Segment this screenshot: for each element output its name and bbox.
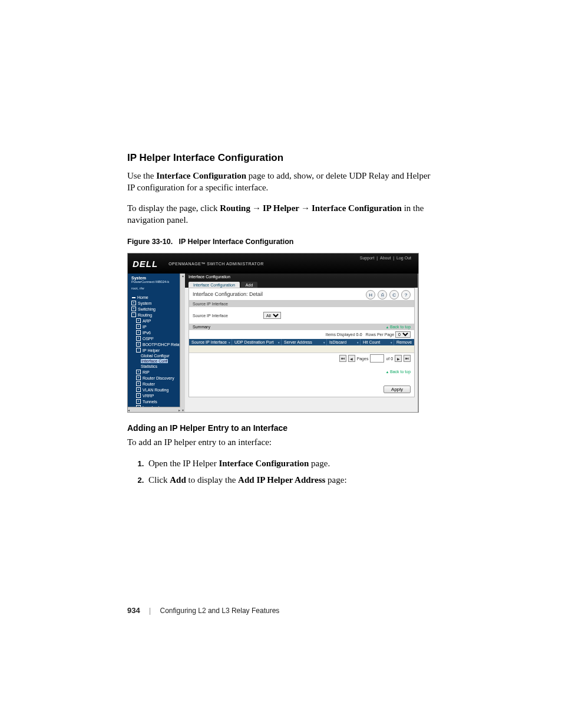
sidebar-device: PowerConnect M8024-k — [128, 280, 185, 286]
support-link[interactable]: Support — [359, 256, 376, 260]
pager-first[interactable]: ⏮ — [339, 355, 346, 362]
nav-switching[interactable]: +Switching — [128, 306, 180, 312]
nav-vlan-routing[interactable]: +VLAN Routing — [128, 387, 180, 393]
logout-link[interactable]: Log Out — [395, 256, 412, 260]
sidebar-system-label: System — [128, 276, 185, 280]
about-link[interactable]: About — [379, 256, 392, 260]
col-label: Hit Count — [363, 340, 380, 344]
nav-router[interactable]: +Router — [128, 381, 180, 387]
text: Open the IP Helper — [148, 459, 219, 468]
intro-paragraph-3: To add an IP helper entry to an interfac… — [127, 436, 435, 448]
arrow-icon: → — [299, 203, 312, 213]
back-to-top-link[interactable]: Back to top — [385, 325, 411, 329]
nav-system[interactable]: +System — [128, 300, 180, 306]
bold-term: Interface Configuration — [156, 171, 246, 180]
intro-paragraph-2: To display the page, click Routing→IP He… — [127, 202, 435, 226]
expand-icon[interactable]: + — [131, 301, 136, 305]
pager-prev[interactable]: ◀ — [348, 355, 355, 362]
nav-home[interactable]: Home — [128, 295, 180, 300]
text: page. — [309, 459, 330, 468]
apply-button[interactable]: Apply — [384, 386, 411, 393]
help-icon[interactable]: ? — [401, 290, 411, 299]
expand-icon[interactable]: + — [136, 381, 141, 386]
back-to-top-link[interactable]: Back to top — [385, 370, 411, 374]
nav-label: Routing — [138, 313, 152, 317]
text: to display the — [186, 475, 238, 485]
back-to-top-row: Back to top — [189, 364, 414, 377]
nav-ip[interactable]: +IP — [128, 324, 180, 330]
expand-icon[interactable]: + — [136, 330, 141, 335]
items-displayed-row: Items Displayed 0-0 Rows Per Page 0 — [189, 330, 414, 339]
save-icon[interactable]: H — [366, 290, 375, 299]
nav-label: IP — [143, 325, 147, 329]
scroll-down-icon[interactable]: ▾ — [182, 408, 184, 412]
text: To display the page, click — [127, 203, 220, 213]
nav-ipv6[interactable]: +IPv6 — [128, 330, 180, 335]
tab-detail[interactable]: Interface Configuration — [189, 282, 240, 288]
expand-icon[interactable]: + — [136, 393, 141, 398]
nav-statistics[interactable]: Statistics — [128, 364, 180, 369]
nav-arp[interactable]: +ARP — [128, 318, 180, 324]
nav-globalcfg[interactable]: Global Configur — [128, 353, 180, 358]
col-udp-port[interactable]: UDP Destination Port▾ — [232, 339, 282, 345]
pager-last[interactable]: ⏭ — [404, 355, 411, 362]
nav-rip[interactable]: +RIP — [128, 369, 180, 375]
expand-icon[interactable]: + — [136, 342, 141, 347]
product-name: OPENMANAGE™ SWITCH ADMINISTRATOR — [168, 262, 264, 266]
col-server-address[interactable]: Server Address▾ — [282, 339, 327, 345]
nav-label: Global Configur — [141, 354, 170, 358]
section-title: IP Helper Interface Configuration — [127, 152, 435, 164]
expand-icon[interactable]: + — [136, 336, 141, 341]
col-hit-count[interactable]: Hit Count▾ — [361, 339, 394, 345]
expand-icon[interactable]: + — [136, 370, 141, 374]
tab-add[interactable]: Add — [241, 282, 257, 288]
sidebar-hscrollbar[interactable]: ◂▸ — [128, 407, 180, 412]
pager-of-label: of 0 — [386, 357, 393, 361]
col-label: Source IP Interface — [191, 340, 227, 344]
nav-tunnels[interactable]: +Tunnels — [128, 398, 180, 404]
collapse-icon[interactable]: - — [136, 348, 141, 353]
col-isdiscard[interactable]: IsDiscard▾ — [327, 339, 361, 345]
nav-ospf[interactable]: +OSPF — [128, 335, 180, 341]
pager-next[interactable]: ▶ — [395, 355, 402, 362]
expand-icon[interactable]: + — [136, 318, 141, 323]
nav-iphelper[interactable]: -IP Helper — [128, 347, 180, 353]
sidebar-user: root, r/w — [128, 286, 185, 293]
nav-label: IPv6 — [143, 331, 151, 335]
nav-label: RIP — [143, 370, 150, 374]
nav-ifacecfg[interactable]: Interface Conf — [128, 358, 180, 364]
refresh-icon[interactable]: C — [389, 290, 399, 299]
nav-vrrp[interactable]: +VRRP — [128, 393, 180, 398]
nav-label: VRRP — [143, 394, 154, 398]
scroll-right-icon[interactable]: ▸ — [178, 408, 180, 412]
section-source-ip: Source IP Interface — [189, 301, 414, 307]
expand-icon[interactable]: + — [136, 399, 141, 404]
scroll-left-icon[interactable]: ◂ — [128, 408, 130, 412]
expand-icon[interactable]: + — [136, 375, 141, 380]
print-icon[interactable]: ⎙ — [378, 290, 387, 299]
nav-label: Switching — [138, 307, 156, 311]
sidebar-vscrollbar[interactable]: ▴▾ — [180, 274, 185, 412]
page-title: Interface Configuration: Detail — [193, 291, 263, 297]
bold-term: Add IP Helper Address — [238, 475, 325, 485]
nav-tree: Home +System +Switching -Routing +ARP +I… — [128, 295, 185, 410]
collapse-icon[interactable]: - — [131, 312, 136, 317]
apply-row: Apply — [189, 377, 414, 397]
breadcrumb-bar: Interface Configuration Interface Config… — [185, 274, 418, 288]
expand-icon[interactable]: + — [136, 324, 141, 329]
section-body: Source IP Interface All — [189, 307, 414, 324]
nav-router-discovery[interactable]: +Router Discovery — [128, 375, 180, 381]
col-source-ip[interactable]: Source IP Interface▾ — [189, 339, 232, 345]
expand-icon[interactable]: + — [136, 387, 141, 392]
nav-routing[interactable]: -Routing — [128, 312, 180, 318]
scroll-up-icon[interactable]: ▴ — [182, 274, 184, 278]
pager-page-input[interactable] — [370, 354, 384, 363]
select-source-ip[interactable]: All — [263, 312, 281, 319]
summary-label: Summary — [193, 325, 210, 329]
expand-icon[interactable]: + — [131, 307, 136, 311]
nav-bootp[interactable]: +BOOTP/DHCP Relay — [128, 341, 180, 347]
sort-icon: ▾ — [229, 341, 230, 344]
content-vscrollbar[interactable]: ▴ — [418, 274, 419, 412]
rows-per-page-select[interactable]: 0 — [395, 331, 411, 338]
intro-paragraph-1: Use the Interface Configuration page to … — [127, 170, 435, 194]
